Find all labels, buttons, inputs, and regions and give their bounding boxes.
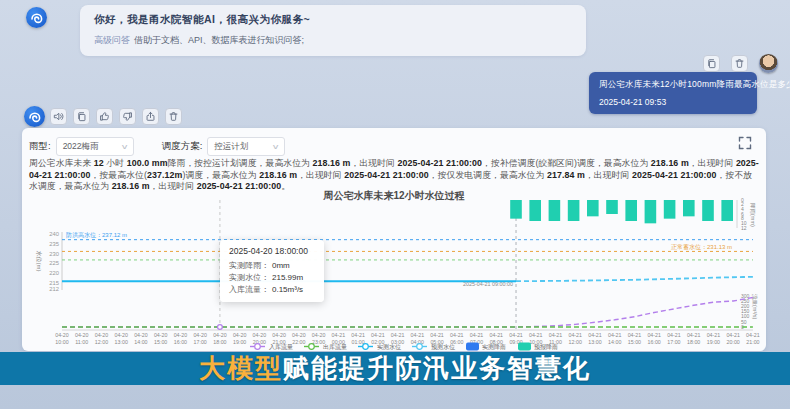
svg-text:降雨(mm): 降雨(mm) xyxy=(750,203,756,227)
export-answer-button[interactable] xyxy=(142,108,159,125)
copy-answer-button[interactable] xyxy=(73,108,90,125)
svg-text:04-21: 04-21 xyxy=(411,332,425,338)
assistant-avatar-answer xyxy=(24,106,45,127)
svg-text:防洪高水位：237.12 m: 防洪高水位：237.12 m xyxy=(66,231,127,239)
svg-text:04-21: 04-21 xyxy=(667,332,681,338)
svg-text:04:00: 04:00 xyxy=(411,339,424,345)
user-message-actions xyxy=(703,54,778,73)
user-message-time: 2025-04-21 09:53 xyxy=(599,97,747,107)
svg-text:19:00: 19:00 xyxy=(233,339,246,345)
svg-text:04-20: 04-20 xyxy=(233,332,247,338)
plan-select[interactable]: 控运计划 ∨ xyxy=(207,137,285,156)
svg-text:04-21: 04-21 xyxy=(450,332,464,338)
legend-item-预报降雨[interactable]: 预报降雨 xyxy=(518,343,558,352)
svg-text:04-21: 04-21 xyxy=(391,332,405,338)
tooltip-row: 实测水位：215.99m xyxy=(229,272,315,284)
banner-highlight: 大模型 xyxy=(199,353,283,383)
forecast-summary-text: 周公宅水库未来 12 小时 100.0 mm降雨，按控运计划调度，最高水位为 2… xyxy=(29,158,759,193)
svg-text:11:00: 11:00 xyxy=(75,339,88,345)
svg-text:18:00: 18:00 xyxy=(687,339,700,345)
svg-text:22:00: 22:00 xyxy=(292,339,305,345)
legend-item-出库流量[interactable]: 出库流量 xyxy=(304,343,347,351)
greeting-tag-desc: 借助于文档、API、数据库表进行知识问答; xyxy=(134,35,304,45)
banner-rest: 赋能提升防汛业务智慧化 xyxy=(283,353,591,383)
svg-text:04-21: 04-21 xyxy=(489,332,503,338)
svg-text:04-20: 04-20 xyxy=(95,332,109,338)
svg-text:15:00: 15:00 xyxy=(628,339,641,345)
rain-type-select[interactable]: 2022梅雨 ∨ xyxy=(56,137,134,156)
tooltip-rows: 实测降雨：0mm实测水位：215.99m入库流量：0.15m³/s xyxy=(229,260,315,296)
svg-text:230: 230 xyxy=(49,251,59,257)
chart-tooltip: 2025-04-20 18:00:00 实测降雨：0mm实测水位：215.99m… xyxy=(220,240,324,302)
svg-text:04-20: 04-20 xyxy=(75,332,89,338)
svg-text:13:00: 13:00 xyxy=(115,339,128,345)
greeting-tag: 高级问答 xyxy=(94,35,130,45)
read-aloud-button[interactable] xyxy=(50,108,67,125)
tooltip-row: 实测降雨：0mm xyxy=(229,260,315,272)
svg-text:12:00: 12:00 xyxy=(95,339,108,345)
svg-text:16:00: 16:00 xyxy=(174,339,187,345)
svg-text:04-20: 04-20 xyxy=(292,332,306,338)
delete-message-button[interactable] xyxy=(731,55,748,72)
thumbs-up-button[interactable] xyxy=(96,108,113,125)
svg-text:实测水位: 实测水位 xyxy=(377,343,401,350)
legend-item-预测水位[interactable]: 预测水位 xyxy=(412,343,455,351)
legend-item-实测水位[interactable]: 实测水位 xyxy=(358,343,401,350)
svg-text:04-21: 04-21 xyxy=(588,332,602,338)
svg-text:16:00: 16:00 xyxy=(648,339,661,345)
svg-text:04-21: 04-21 xyxy=(371,332,385,338)
rain-type-label: 雨型: xyxy=(29,140,51,153)
svg-text:12: 12 xyxy=(741,225,747,231)
assistant-greeting-bubble: 你好，我是甬水院智能AI，很高兴为你服务~ 高级问答借助于文档、API、数据库表… xyxy=(80,5,586,56)
svg-text:04-21: 04-21 xyxy=(568,332,582,338)
thumbs-down-button[interactable] xyxy=(119,108,136,125)
svg-text:04-20: 04-20 xyxy=(253,332,267,338)
svg-text:水位(m): 水位(m) xyxy=(36,251,42,272)
svg-text:17:00: 17:00 xyxy=(667,339,680,345)
svg-text:预报降雨: 预报降雨 xyxy=(534,343,558,351)
series-入库流量 xyxy=(62,298,753,328)
bottom-banner: 大模型赋能提升防汛业务智慧化 xyxy=(0,352,790,385)
user-avatar xyxy=(759,54,778,73)
chevron-down-icon: ∨ xyxy=(272,143,280,151)
copy-message-button[interactable] xyxy=(703,55,720,72)
svg-text:235: 235 xyxy=(49,241,59,247)
svg-text:17:00: 17:00 xyxy=(194,339,207,345)
svg-text:220: 220 xyxy=(49,270,59,276)
svg-text:04-21: 04-21 xyxy=(332,332,346,338)
svg-text:出库流量: 出库流量 xyxy=(323,343,347,351)
svg-text:04-21: 04-21 xyxy=(687,332,701,338)
tooltip-time: 2025-04-20 18:00:00 xyxy=(229,246,315,256)
svg-text:21:00: 21:00 xyxy=(746,339,759,345)
svg-text:04-21: 04-21 xyxy=(707,332,721,338)
svg-text:240: 240 xyxy=(49,231,59,237)
legend-item-实测降雨[interactable]: 实测降雨 xyxy=(466,343,506,351)
chevron-down-icon: ∨ xyxy=(120,143,128,151)
svg-text:预测水位: 预测水位 xyxy=(431,343,455,351)
svg-text:实测降雨: 实测降雨 xyxy=(482,343,506,350)
level-forecast-chart: 240235230225220215212水位(m)04-2010:0004-2… xyxy=(22,195,766,351)
plan-label: 调度方案: xyxy=(162,140,203,153)
svg-text:04-21: 04-21 xyxy=(351,332,365,338)
svg-text:04-20: 04-20 xyxy=(174,332,188,338)
svg-text:19:00: 19:00 xyxy=(707,339,720,345)
svg-text:20:00: 20:00 xyxy=(253,339,266,345)
greeting-title: 你好，我是甬水院智能AI，很高兴为你服务~ xyxy=(94,13,572,27)
forecast-result-panel: 雨型: 2022梅雨 ∨ 调度方案: 控运计划 ∨ 周公宅水库未来 12 小时 … xyxy=(22,128,766,351)
delete-answer-button[interactable] xyxy=(165,108,182,125)
svg-text:04-21: 04-21 xyxy=(746,332,760,338)
assistant-avatar xyxy=(26,7,47,28)
svg-text:入库流量: 入库流量 xyxy=(269,343,293,351)
svg-text:04-20: 04-20 xyxy=(55,332,69,338)
svg-text:04-20: 04-20 xyxy=(114,332,128,338)
fullscreen-icon[interactable] xyxy=(738,136,752,150)
user-message-bubble: 周公宅水库未来12小时100mm降雨最高水位是多少 2025-04-21 09:… xyxy=(589,72,757,114)
svg-text:15:00: 15:00 xyxy=(154,339,167,345)
legend-item-入库流量[interactable]: 入库流量 xyxy=(250,343,293,351)
svg-text:04-21: 04-21 xyxy=(608,332,622,338)
svg-text:04-21: 04-21 xyxy=(647,332,661,338)
svg-text:04-20: 04-20 xyxy=(193,332,207,338)
tooltip-row: 入库流量：0.15m³/s xyxy=(229,284,315,296)
svg-text:212: 212 xyxy=(49,286,59,292)
svg-text:13:00: 13:00 xyxy=(588,339,601,345)
